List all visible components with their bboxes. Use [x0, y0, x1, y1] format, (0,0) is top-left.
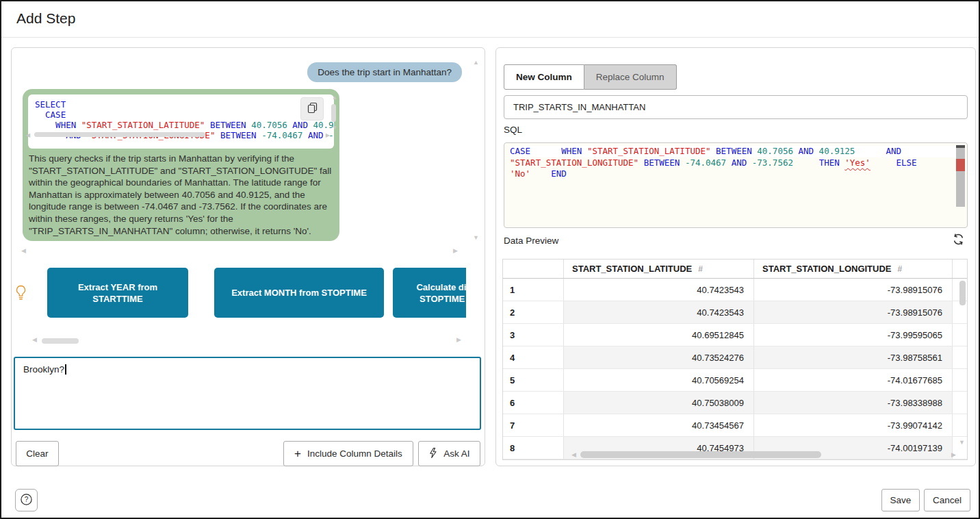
sql-editor[interactable]: CASE WHEN "START_STATION_LATITUDE" BETWE… [504, 142, 968, 228]
tab-new-column[interactable]: New Column [504, 64, 584, 90]
row-number-cell: 4 [503, 346, 564, 369]
refresh-button[interactable] [950, 232, 966, 249]
suggestions-scroll-left-icon[interactable]: ◀ [32, 336, 37, 343]
table-body: 140.7423543-73.98915076240.7423543-73.98… [503, 279, 967, 459]
page-title: Add Step [16, 10, 75, 27]
longitude-cell: -73.98758561 [754, 346, 953, 369]
suggestion-button[interactable]: Calculate difference between STOPTIME an… [393, 268, 466, 318]
help-icon: ? [20, 493, 33, 508]
chat-scroll-up-icon[interactable]: ▲ [473, 59, 479, 66]
latitude-cell: 40.73524276 [564, 346, 754, 369]
row-number-cell: 2 [503, 301, 564, 324]
data-preview-label: Data Preview [504, 236, 558, 246]
latitude-cell: 40.7423543 [564, 279, 754, 301]
column-name-value: TRIP_STARTS_IN_MANHATTAN [513, 102, 645, 112]
column-name-input[interactable]: TRIP_STARTS_IN_MANHATTAN [504, 95, 968, 119]
ai-chat-panel: Does the trip start in Manhattan? SELECT… [11, 47, 485, 466]
plus-icon: + [294, 447, 301, 461]
copy-button[interactable] [300, 97, 324, 121]
lightbulb-icon [15, 285, 27, 304]
filler-cell [953, 346, 967, 369]
table-scroll-left-icon[interactable]: ◀ [571, 451, 576, 458]
copy-icon [307, 102, 318, 116]
longitude-cell: -73.98915076 [754, 301, 953, 324]
include-column-details-button[interactable]: + Include Column Details [283, 441, 413, 466]
header-cell-filler [953, 260, 967, 278]
row-number-cell: 5 [503, 369, 564, 392]
clear-button[interactable]: Clear [16, 441, 59, 466]
table-row: 540.70569254-74.01677685 [503, 369, 967, 392]
table-scroll-right-icon[interactable]: ▶ [951, 451, 956, 458]
save-button[interactable]: Save [881, 489, 920, 511]
scroll-left-icon[interactable]: ◀ [26, 133, 30, 138]
longitude-cell: -73.98915076 [754, 279, 953, 301]
user-chat-bubble: Does the trip start in Manhattan? [307, 62, 462, 82]
filler-cell [953, 414, 967, 437]
table-row: 140.7423543-73.98915076 [503, 279, 967, 301]
header-cell-empty [503, 260, 564, 278]
scroll-down-icon[interactable]: ▼ [332, 125, 337, 131]
chat-scroll-left-icon[interactable]: ◀ [21, 247, 26, 254]
longitude-cell: -74.01677685 [754, 369, 953, 392]
table-row: 440.73524276-73.98758561 [503, 346, 967, 369]
scroll-up-icon[interactable]: ▲ [332, 95, 337, 101]
header-cell-latitude[interactable]: START_STATION_LATITUDE # [564, 260, 754, 278]
table-vertical-scrollbar[interactable] [959, 281, 966, 305]
longitude-cell: -73.99074142 [754, 414, 953, 437]
filler-cell [953, 392, 967, 414]
data-preview-table: START_STATION_LATITUDE # START_STATION_L… [502, 259, 968, 460]
numeric-type-icon: # [898, 264, 903, 274]
suggestion-list: Extract YEAR from STARTTIMEExtract MONTH… [47, 268, 466, 318]
scroll-right-icon[interactable]: ▶ [326, 133, 330, 138]
row-number-cell: 8 [503, 437, 564, 459]
column-mode-tabs: New Column Replace Column [504, 64, 677, 90]
latitude-cell: 40.70569254 [564, 369, 754, 392]
prompt-input-value: Brooklyn? [23, 364, 64, 375]
longitude-cell: -73.99595065 [754, 324, 953, 346]
numeric-type-icon: # [698, 264, 703, 274]
table-row: 340.69512845-73.99595065 [503, 324, 967, 346]
ai-explanation-text: This query checks if the trip starts in … [29, 153, 339, 237]
table-header-row: START_STATION_LATITUDE # START_STATION_L… [503, 260, 967, 279]
sql-error-marker [956, 159, 965, 171]
latitude-cell: 40.69512845 [564, 324, 754, 346]
filler-cell [953, 369, 967, 392]
suggestion-button[interactable]: Extract YEAR from STARTTIME [47, 268, 188, 318]
suggestions-scroll-right-icon[interactable]: ▶ [456, 336, 461, 343]
latitude-cell: 40.73454567 [564, 414, 754, 437]
sql-label: SQL [504, 125, 522, 135]
column-editor-panel: New Column Replace Column TRIP_STARTS_IN… [495, 47, 976, 466]
longitude-cell: -73.98338988 [754, 392, 953, 414]
help-button[interactable]: ? [15, 489, 38, 511]
suggestions-scrollbar[interactable] [42, 338, 79, 344]
row-number-cell: 3 [503, 324, 564, 346]
table-row: 240.7423543-73.98915076 [503, 301, 967, 324]
tab-replace-column[interactable]: Replace Column [584, 64, 677, 90]
sql-code: CASE WHEN "START_STATION_LATITUDE" BETWE… [504, 143, 967, 183]
chat-scroll-right-icon[interactable]: ▶ [453, 247, 458, 254]
ask-ai-button[interactable]: Ask AI [418, 441, 480, 466]
chat-scroll-down-icon[interactable]: ▼ [473, 234, 479, 241]
ai-chat-bubble: SELECT CASE WHEN "START_STATION_LATITUDE… [23, 89, 339, 241]
table-horizontal-scrollbar[interactable] [580, 451, 821, 458]
response-code-block[interactable]: SELECT CASE WHEN "START_STATION_LATITUDE… [28, 94, 334, 149]
header-cell-longitude[interactable]: START_STATION_LONGITUDE # [754, 260, 953, 278]
code-horizontal-scrollbar[interactable] [34, 132, 205, 137]
text-caret [65, 364, 66, 375]
table-row: 740.73454567-73.99074142 [503, 414, 967, 437]
row-number-cell: 7 [503, 414, 564, 437]
suggestion-button[interactable]: Extract MONTH from STOPTIME [214, 268, 384, 318]
prompt-input[interactable]: Brooklyn? [14, 357, 481, 430]
svg-text:?: ? [25, 496, 29, 503]
code-vertical-scrollbar[interactable] [331, 104, 336, 122]
table-scroll-down-icon[interactable]: ▼ [959, 439, 965, 446]
filler-cell [953, 324, 967, 346]
refresh-icon [952, 233, 965, 248]
cancel-button[interactable]: Cancel [924, 489, 970, 511]
row-number-cell: 1 [503, 279, 564, 301]
latitude-cell: 40.75038009 [564, 392, 754, 414]
sql-editor-scrollbar[interactable] [956, 145, 965, 207]
latitude-cell: 40.7423543 [564, 301, 754, 324]
add-step-dialog: Add Step Does the trip start in Manhatta… [0, 0, 980, 519]
row-number-cell: 6 [503, 392, 564, 414]
